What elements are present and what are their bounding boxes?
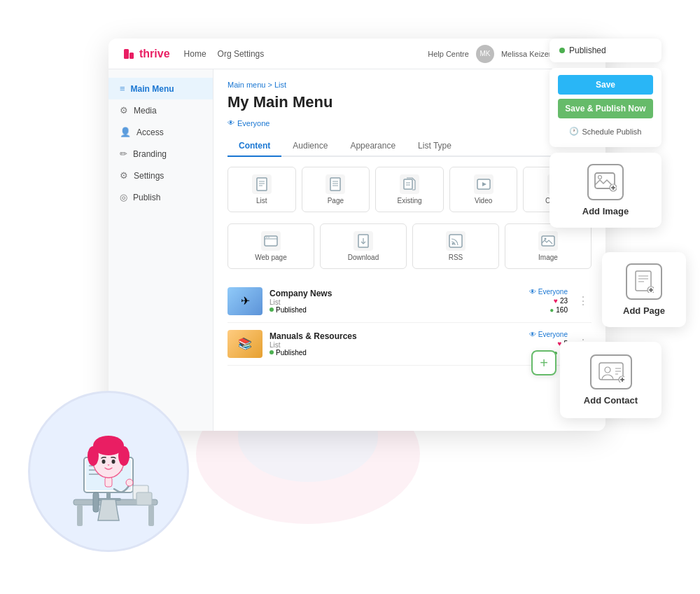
content-type-list-label: List	[256, 197, 267, 205]
nav-links: Home Org Settings	[184, 49, 265, 59]
sidebar-label-branding: Branding	[133, 149, 167, 159]
content-type-download[interactable]: Download	[320, 223, 407, 269]
branding-icon: ✏	[120, 148, 127, 159]
publish-icon: ◎	[120, 192, 127, 202]
svg-point-26	[452, 242, 454, 244]
nav-org-settings[interactable]: Org Settings	[218, 49, 265, 59]
meta-row-views: ● 160	[550, 306, 568, 314]
audience-label: Everyone	[237, 119, 270, 127]
svg-rect-50	[77, 505, 83, 526]
svg-rect-1	[130, 53, 134, 59]
sidebar-label-settings: Settings	[134, 171, 164, 181]
add-image-card[interactable]: Add Image	[550, 153, 662, 228]
svg-point-65	[102, 460, 106, 464]
audience-badge: Everyone	[227, 119, 270, 127]
eye-icon: 👁	[529, 288, 536, 296]
svg-rect-60	[105, 477, 112, 487]
tabs: Content Audience Appearance List Type	[227, 136, 592, 157]
list-icon	[252, 174, 272, 194]
add-contact-label: Add Contact	[584, 395, 638, 406]
top-nav: thrive Home Org Settings Help Centre MK …	[108, 39, 606, 69]
tab-appearance[interactable]: Appearance	[339, 136, 407, 157]
add-contact-icon	[590, 354, 632, 389]
meta-row-audience-2: 👁 Everyone	[529, 331, 568, 338]
list-item-more-options[interactable]: ⋮	[575, 294, 592, 308]
list-item-thumb-manuals: 📚	[227, 330, 262, 358]
status-card: Published	[550, 39, 662, 62]
green-plus-button[interactable]: +	[531, 350, 556, 375]
status-published-dot	[559, 48, 565, 53]
list-item-status-manuals: Published	[270, 349, 522, 357]
user-avatar: MK	[476, 45, 494, 63]
download-icon	[354, 231, 373, 251]
svg-rect-68	[136, 492, 152, 505]
tab-list-type[interactable]: List Type	[407, 136, 463, 157]
svg-point-59	[126, 479, 133, 486]
svg-point-66	[112, 460, 115, 464]
tab-content[interactable]: Content	[227, 136, 281, 157]
add-image-icon	[587, 164, 624, 200]
sidebar-label-media: Media	[134, 106, 157, 116]
svg-point-21	[266, 237, 267, 238]
list-item: ✈ Company News List Published 👁 Everyone	[227, 280, 592, 323]
list-item-status-company-news: Published	[270, 306, 522, 314]
list-item-type-company-news: List	[270, 298, 522, 306]
rss-icon	[446, 231, 465, 251]
sidebar-item-publish[interactable]: ◎ Publish	[108, 186, 213, 208]
svg-point-28	[545, 237, 547, 240]
content-type-existing-label: Existing	[397, 197, 421, 205]
eye-icon-2: 👁	[529, 331, 536, 338]
browser-window: thrive Home Org Settings Help Centre MK …	[108, 39, 606, 431]
add-page-label: Add Page	[623, 305, 665, 316]
content-area: Main menu > List My Main Menu Everyone C…	[214, 69, 606, 431]
content-type-video[interactable]: Video	[449, 167, 518, 212]
svg-rect-10	[404, 179, 412, 189]
add-image-label: Add Image	[582, 206, 629, 216]
status-dot	[270, 350, 274, 354]
add-page-card[interactable]: Add Page	[602, 252, 686, 327]
meta-row-likes: ♥ 23	[554, 297, 568, 305]
nav-home[interactable]: Home	[184, 49, 206, 59]
sidebar: ≡ Main Menu ⚙ Media 👤 Access ✏ Branding …	[108, 69, 214, 431]
svg-rect-6	[330, 178, 340, 191]
brand-icon	[122, 48, 135, 60]
content-type-page[interactable]: Page	[302, 167, 370, 212]
content-type-existing[interactable]: Existing	[375, 167, 444, 212]
meta-audience: Everyone	[538, 288, 568, 296]
brand-logo: thrive	[122, 48, 170, 60]
help-centre-link[interactable]: Help Centre	[428, 50, 469, 58]
add-contact-card[interactable]: Add Contact	[560, 342, 662, 418]
sidebar-item-main-menu[interactable]: ≡ Main Menu	[108, 78, 213, 99]
clock-icon: 🕐	[569, 127, 579, 136]
content-type-webpage[interactable]: Web page	[227, 223, 314, 269]
list-item-title-company-news: Company News	[270, 289, 522, 298]
sidebar-item-settings[interactable]: ⚙ Settings	[108, 165, 213, 186]
schedule-publish-button[interactable]: 🕐 Schedule Publish	[558, 123, 653, 140]
content-type-image-label: Image	[538, 254, 558, 261]
add-page-icon	[626, 263, 662, 300]
svg-rect-51	[148, 505, 154, 526]
list-item-info-manuals: Manuals & Resources List Published	[270, 331, 522, 357]
content-type-rss-label: RSS	[449, 254, 463, 261]
meta-row-audience: 👁 Everyone	[529, 288, 568, 296]
content-type-grid-row1: List Page Existing	[227, 167, 592, 212]
save-publish-button[interactable]: Save & Publish Now	[558, 99, 653, 118]
list-item-title-manuals: Manuals & Resources	[270, 331, 522, 341]
access-icon: 👤	[120, 127, 131, 137]
main-layout: ≡ Main Menu ⚙ Media 👤 Access ✏ Branding …	[108, 69, 606, 431]
brand-name: thrive	[139, 48, 170, 60]
circle-icon: ●	[550, 306, 554, 314]
tab-audience[interactable]: Audience	[281, 136, 339, 157]
content-type-rss[interactable]: RSS	[412, 223, 499, 269]
content-type-grid-row2: Web page Download RSS	[227, 223, 592, 269]
list-item-info-company-news: Company News List Published	[270, 289, 522, 314]
save-button[interactable]: Save	[558, 75, 653, 95]
video-icon	[474, 174, 493, 194]
existing-icon	[400, 174, 419, 194]
content-type-list[interactable]: List	[227, 167, 296, 212]
sidebar-item-branding[interactable]: ✏ Branding	[108, 143, 213, 165]
content-type-webpage-label: Web page	[255, 254, 286, 261]
sidebar-item-media[interactable]: ⚙ Media	[108, 99, 213, 121]
meta-likes: 23	[560, 297, 568, 305]
sidebar-item-access[interactable]: 👤 Access	[108, 121, 213, 143]
